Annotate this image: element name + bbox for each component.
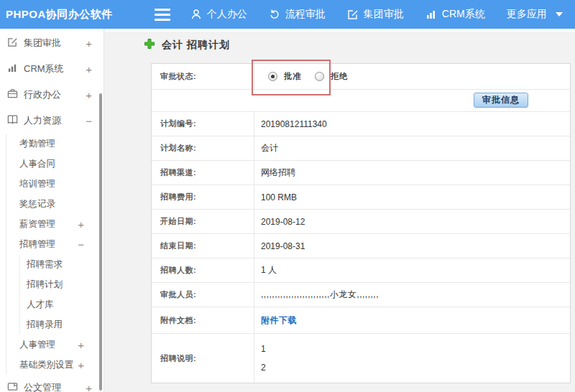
field-label: 计划编号: xyxy=(152,112,254,136)
field-value: 100 RMB xyxy=(254,185,570,209)
sidebar-item-training[interactable]: 培训管理 xyxy=(6,174,104,194)
nav-label: 流程审批 xyxy=(285,8,326,21)
field-value: 2019-08-31 xyxy=(254,234,570,258)
field-label: 开始日期: xyxy=(152,210,254,233)
field-value: 附件下载 xyxy=(254,307,570,333)
approval-status-value: 批准 拒绝 xyxy=(254,64,570,89)
sidebar-item-label: 奖惩记录 xyxy=(19,198,55,210)
sidebar-item-group-approval[interactable]: 集团审批 + xyxy=(0,30,104,56)
sidebar-item-label: 招聘需求 xyxy=(27,258,63,271)
expand-toggle[interactable]: − xyxy=(86,115,92,127)
attachment-row: 附件文档: 附件下载 xyxy=(152,307,570,334)
sidebar-item-talent-pool[interactable]: 人才库 xyxy=(20,294,104,314)
field-label: 审批状态: xyxy=(152,64,254,89)
nav-crm-system[interactable]: CRM系统 xyxy=(426,8,485,21)
reject-option-label: 拒绝 xyxy=(331,71,348,82)
sidebar-item-official-docs[interactable]: 公文管理 + xyxy=(0,375,104,392)
field-value: 1 2 xyxy=(254,334,570,383)
sidebar-item-recruit-demand[interactable]: 招聘需求 xyxy=(20,254,104,274)
field-value: ,,,,,,,,,,,,,,,,,,,,,,,,,小龙女,,,,,,,, xyxy=(254,283,570,307)
expand-toggle[interactable]: + xyxy=(78,359,84,371)
expand-toggle[interactable]: + xyxy=(86,63,92,75)
nav-group-approval[interactable]: 集团审批 xyxy=(347,8,404,21)
bar-chart-icon xyxy=(7,62,18,75)
table-row: 审批人员: ,,,,,,,,,,,,,,,,,,,,,,,,,小龙女,,,,,,… xyxy=(152,283,570,307)
nav-label: CRM系统 xyxy=(442,8,485,21)
main-content: 会计 招聘计划 审批状态: 批准 拒绝 审批信息 计划编号: 201908121… xyxy=(105,29,575,392)
content-top-strip xyxy=(105,29,575,33)
briefcase-icon xyxy=(7,88,18,101)
expand-toggle[interactable]: + xyxy=(78,218,84,230)
sidebar-item-human-resources[interactable]: 人力资源 − xyxy=(0,108,104,134)
document-icon xyxy=(7,381,18,392)
page-title-text: 会计 招聘计划 xyxy=(162,39,230,52)
expand-toggle[interactable]: − xyxy=(78,238,84,251)
sidebar-item-label: 人才库 xyxy=(27,299,54,311)
approval-status-row: 审批状态: 批准 拒绝 xyxy=(152,64,570,90)
table-row: 计划编号: 20190812111340 xyxy=(152,112,570,136)
expand-toggle[interactable]: + xyxy=(78,339,84,351)
field-value: 20190812111340 xyxy=(254,112,570,136)
page-title: 会计 招聘计划 xyxy=(144,38,230,52)
sidebar-item-label: 基础类别设置 xyxy=(19,359,73,371)
description-row: 招聘说明: 1 2 xyxy=(152,334,570,383)
top-header: PHPOA协同办公软件 个人办公 流程审批 集团审批 CRM系统 xyxy=(0,0,575,29)
edit-square-icon xyxy=(7,37,18,50)
approval-info-button[interactable]: 审批信息 xyxy=(474,93,528,108)
nav-personal-office[interactable]: 个人办公 xyxy=(190,8,247,21)
top-nav: 个人办公 流程审批 集团审批 CRM系统 更多应用 xyxy=(190,8,563,21)
attachment-download-link[interactable]: 附件下载 xyxy=(261,314,297,327)
approval-radio-1[interactable] xyxy=(315,72,324,81)
sidebar-item-recruit-hire[interactable]: 招聘录用 xyxy=(20,314,104,335)
field-value: 会计 xyxy=(254,136,570,160)
field-label: 招聘费用: xyxy=(152,185,254,209)
caret-down-icon[interactable] xyxy=(556,12,563,17)
sidebar-item-rewards[interactable]: 奖惩记录 xyxy=(6,194,104,214)
sidebar-item-salary[interactable]: 薪资管理+ xyxy=(6,214,104,234)
field-label: 附件文档: xyxy=(152,307,254,333)
hamburger-menu-icon[interactable] xyxy=(155,9,170,21)
table-row: 计划名称: 会计 xyxy=(152,136,570,161)
approval-radio-0[interactable] xyxy=(268,72,277,81)
sidebar-item-base-category[interactable]: 基础类别设置+ xyxy=(6,355,104,375)
field-value: 2019-08-12 xyxy=(254,210,570,233)
sidebar-item-label: 人事合同 xyxy=(19,158,55,170)
field-label: 结束日期: xyxy=(152,234,254,258)
expand-toggle[interactable]: + xyxy=(86,89,92,101)
sidebar-item-admin-office[interactable]: 行政办公 + xyxy=(0,82,104,108)
sidebar-item-hr-contract[interactable]: 人事合同 xyxy=(6,154,104,174)
sidebar-item-label: 培训管理 xyxy=(19,178,55,190)
sidebar-scrollbar[interactable] xyxy=(99,93,102,391)
bar-chart-icon xyxy=(426,9,437,20)
sidebar-item-personnel-mgmt[interactable]: 人事管理+ xyxy=(6,335,104,355)
sidebar-item-label: 考勤管理 xyxy=(19,138,55,150)
table-row: 招聘费用: 100 RMB xyxy=(152,185,570,210)
sidebar-item-recruit-mgmt[interactable]: 招聘管理− xyxy=(6,234,104,254)
sidebar-item-crm[interactable]: CRM系统 + xyxy=(0,56,104,82)
field-label: 审批人员: xyxy=(152,283,254,307)
sidebar-item-label: 招聘计划 xyxy=(27,279,63,291)
sidebar-item-recruit-plan[interactable]: 招聘计划 xyxy=(20,274,104,294)
expand-toggle[interactable]: + xyxy=(86,382,92,392)
expand-toggle[interactable]: + xyxy=(86,37,92,50)
description-line: 2 xyxy=(261,358,266,377)
sidebar-item-label: 行政办公 xyxy=(24,88,61,101)
sidebar-item-label: 人事管理 xyxy=(19,339,55,351)
field-label: 计划名称: xyxy=(152,136,254,160)
field-value: 网络招聘 xyxy=(254,161,570,185)
recruit-submenu: 招聘需求 招聘计划 人才库 招聘录用 xyxy=(19,254,104,335)
sidebar-item-label: 薪资管理 xyxy=(19,218,55,230)
add-plus-icon[interactable] xyxy=(144,38,155,52)
edit-square-icon xyxy=(347,9,359,20)
sidebar-item-attendance[interactable]: 考勤管理 xyxy=(6,134,104,154)
nav-label: 集团审批 xyxy=(364,8,404,21)
nav-workflow-approval[interactable]: 流程审批 xyxy=(269,8,326,21)
nav-label: 个人办公 xyxy=(207,8,247,21)
table-row: 招聘人数: 1 人 xyxy=(152,258,570,283)
table-row: 招聘渠道: 网络招聘 xyxy=(152,161,570,185)
field-label: 招聘说明: xyxy=(152,334,254,383)
approve-option-label: 批准 xyxy=(284,71,301,82)
sidebar-item-label: 集团审批 xyxy=(24,37,61,50)
nav-more-apps[interactable]: 更多应用 xyxy=(507,8,547,21)
field-label: 招聘渠道: xyxy=(152,161,254,185)
